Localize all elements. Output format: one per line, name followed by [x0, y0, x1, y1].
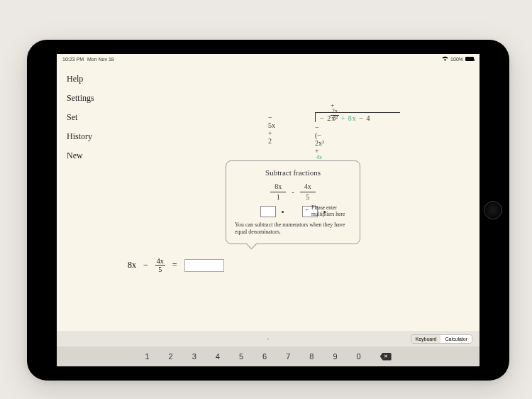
menu-settings[interactable]: Settings — [67, 93, 94, 104]
eq-minus: − — [143, 260, 148, 270]
status-time: 10:23 PM — [62, 57, 84, 62]
menu-help[interactable]: Help — [67, 74, 94, 84]
eq-lhs: 8x — [128, 260, 136, 270]
tooltip-help-text: You can subtract the numerators when the… — [235, 222, 351, 236]
answer-input[interactable] — [184, 259, 224, 272]
key-0[interactable]: 0 — [357, 352, 361, 361]
key-5[interactable]: 5 — [239, 352, 243, 361]
tooltip-title: Subtract fractions — [235, 168, 351, 177]
key-7[interactable]: 7 — [286, 352, 290, 361]
status-date: Mon Nov 18 — [87, 57, 114, 62]
toggle-keyboard[interactable]: Keyboard — [411, 335, 441, 343]
equation-row: 8x − 4x 5 = — [128, 257, 224, 273]
home-button[interactable] — [484, 201, 502, 219]
side-menu: Help Settings Set History New — [67, 74, 94, 161]
eq-equals: = — [172, 260, 177, 270]
key-6[interactable]: 6 — [262, 352, 267, 361]
key-1[interactable]: 1 — [145, 352, 149, 361]
key-2[interactable]: 2 — [169, 352, 173, 361]
toolbar-center: - — [267, 335, 270, 342]
screen: 10:23 PM Mon Nov 18 100% Help Settings S… — [57, 54, 480, 366]
backspace-icon[interactable]: ✕ — [380, 353, 392, 361]
keypad: 1 2 3 4 5 6 7 8 9 0 ✕ — [57, 346, 480, 366]
tooltip-fractions: 8x 1 - 4x 5 — [235, 182, 351, 202]
hint-tooltip: Subtract fractions 8x 1 - 4x 5 Please en… — [226, 160, 360, 244]
multiplier-input-1[interactable] — [260, 206, 276, 217]
multiplier-hint: Please enter multipliers here — [311, 204, 351, 217]
status-bar: 10:23 PM Mon Nov 18 100% — [57, 54, 480, 64]
dividend: − 2x² + 8x − 4 — [320, 114, 396, 122]
mode-toggle[interactable]: Keyboard Calculator — [411, 334, 472, 344]
key-8[interactable]: 8 — [309, 352, 314, 361]
division-bracket: − 2x² + 8x − 4 — [315, 112, 400, 122]
toggle-calculator[interactable]: Calculator — [440, 335, 472, 343]
toolbar: - Keyboard Calculator — [57, 331, 480, 346]
key-3[interactable]: 3 — [192, 352, 196, 361]
battery-percent: 100% — [450, 57, 463, 62]
divisor: − 5x + 2 — [268, 114, 275, 145]
dot-icon — [282, 211, 284, 213]
wifi-icon — [442, 56, 448, 62]
menu-new[interactable]: New — [67, 151, 94, 161]
key-4[interactable]: 4 — [216, 352, 220, 361]
tablet-frame: 10:23 PM Mon Nov 18 100% Help Settings S… — [27, 40, 509, 381]
battery-icon — [465, 57, 474, 61]
menu-history[interactable]: History — [67, 131, 94, 142]
menu-set[interactable]: Set — [67, 112, 94, 123]
multiplier-row: Please enter multipliers here — [235, 206, 351, 217]
key-9[interactable]: 9 — [333, 352, 337, 361]
